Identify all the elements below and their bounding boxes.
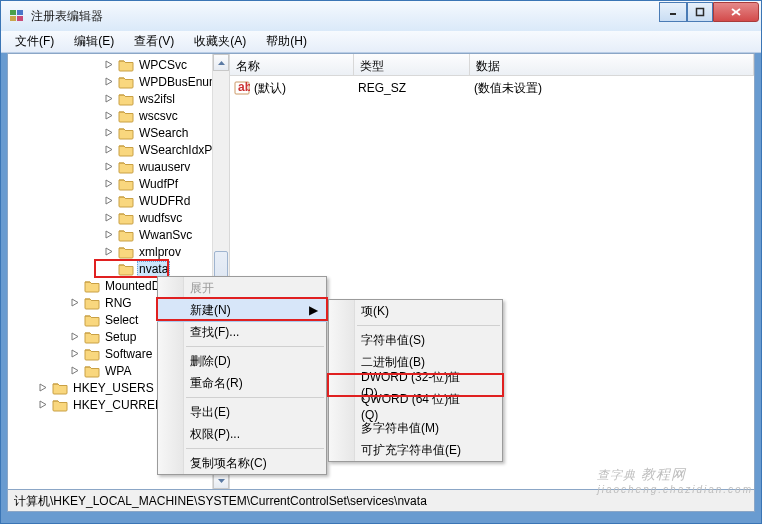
sub-key[interactable]: 项(K) (329, 300, 502, 322)
expand-toggle-icon[interactable] (38, 382, 49, 393)
tree-label: Select (103, 313, 140, 327)
expand-toggle-icon[interactable] (104, 195, 115, 206)
expand-toggle-icon[interactable] (104, 178, 115, 189)
tree-item[interactable]: WUDFRd (8, 192, 229, 209)
sub-string[interactable]: 字符串值(S) (329, 329, 502, 351)
expand-toggle-icon[interactable] (104, 59, 115, 70)
sub-multi-string[interactable]: 多字符串值(M) (329, 417, 502, 439)
svg-marker-19 (106, 248, 112, 255)
svg-marker-13 (106, 146, 112, 153)
value-type: REG_SZ (358, 81, 474, 95)
list-header: 名称 类型 数据 (230, 54, 754, 76)
separator (186, 346, 324, 347)
expand-toggle-icon[interactable] (70, 280, 81, 291)
folder-icon (118, 58, 134, 72)
expand-toggle-icon[interactable] (104, 110, 115, 121)
folder-icon (118, 228, 134, 242)
svg-marker-14 (106, 163, 112, 170)
expand-toggle-icon[interactable] (104, 144, 115, 155)
svg-rect-5 (697, 9, 704, 16)
expand-toggle-icon[interactable] (38, 399, 49, 410)
folder-icon (84, 313, 100, 327)
folder-icon (52, 381, 68, 395)
svg-marker-24 (40, 384, 46, 391)
tree-label: wuauserv (137, 160, 192, 174)
close-button[interactable] (713, 2, 759, 22)
tree-item[interactable]: WwanSvc (8, 226, 229, 243)
expand-toggle-icon[interactable] (70, 348, 81, 359)
tree-label: WSearch (137, 126, 190, 140)
folder-icon (118, 262, 134, 276)
list-row[interactable]: ab (默认) REG_SZ (数值未设置) (230, 79, 754, 97)
tree-item[interactable]: WSearchIdxPi (8, 141, 229, 158)
expand-toggle-icon[interactable] (70, 314, 81, 325)
svg-marker-27 (218, 479, 225, 483)
ctx-new[interactable]: 新建(N)▶ (158, 299, 326, 321)
svg-marker-22 (72, 350, 78, 357)
tree-item[interactable]: ws2ifsl (8, 90, 229, 107)
folder-icon (118, 143, 134, 157)
tree-item[interactable]: nvata (8, 260, 229, 277)
minimize-button[interactable] (659, 2, 687, 22)
ctx-delete[interactable]: 删除(D) (158, 350, 326, 372)
ctx-permissions[interactable]: 权限(P)... (158, 423, 326, 445)
separator (186, 397, 324, 398)
tree-item[interactable]: WudfPf (8, 175, 229, 192)
tree-label: wudfsvc (137, 211, 184, 225)
svg-marker-16 (106, 197, 112, 204)
col-data[interactable]: 数据 (470, 54, 754, 75)
watermark: 查字典 教程网 jiaocheng.chazidian.com (597, 466, 753, 495)
new-submenu: 项(K) 字符串值(S) 二进制值(B) DWORD (32-位)值(D) QW… (328, 299, 503, 462)
svg-marker-10 (106, 95, 112, 102)
ctx-export[interactable]: 导出(E) (158, 401, 326, 423)
expand-toggle-icon[interactable] (104, 263, 115, 274)
expand-toggle-icon[interactable] (104, 93, 115, 104)
expand-toggle-icon[interactable] (104, 161, 115, 172)
menu-edit[interactable]: 编辑(E) (64, 30, 124, 53)
menu-file[interactable]: 文件(F) (5, 30, 64, 53)
folder-icon (52, 398, 68, 412)
folder-icon (118, 194, 134, 208)
svg-marker-17 (106, 214, 112, 221)
tree-item[interactable]: WPCSvc (8, 56, 229, 73)
tree-label: WudfPf (137, 177, 180, 191)
expand-toggle-icon[interactable] (70, 331, 81, 342)
maximize-button[interactable] (687, 2, 713, 22)
menu-view[interactable]: 查看(V) (124, 30, 184, 53)
tree-label: xmlprov (137, 245, 183, 259)
ctx-find[interactable]: 查找(F)... (158, 321, 326, 343)
svg-marker-12 (106, 129, 112, 136)
sub-expandable-string[interactable]: 可扩充字符串值(E) (329, 439, 502, 461)
expand-toggle-icon[interactable] (104, 127, 115, 138)
ctx-rename[interactable]: 重命名(R) (158, 372, 326, 394)
expand-toggle-icon[interactable] (104, 76, 115, 87)
tree-label: WPA (103, 364, 133, 378)
svg-marker-15 (106, 180, 112, 187)
tree-item[interactable]: wuauserv (8, 158, 229, 175)
separator (357, 325, 500, 326)
value-data: (数值未设置) (474, 80, 542, 97)
tree-item[interactable]: WSearch (8, 124, 229, 141)
expand-toggle-icon[interactable] (70, 297, 81, 308)
ctx-copy-key-name[interactable]: 复制项名称(C) (158, 452, 326, 474)
svg-marker-9 (106, 78, 112, 85)
tree-item[interactable]: wudfsvc (8, 209, 229, 226)
tree-item[interactable]: xmlprov (8, 243, 229, 260)
menu-favorites[interactable]: 收藏夹(A) (184, 30, 256, 53)
expand-toggle-icon[interactable] (104, 212, 115, 223)
col-type[interactable]: 类型 (354, 54, 470, 75)
expand-toggle-icon[interactable] (70, 365, 81, 376)
tree-label: WwanSvc (137, 228, 194, 242)
expand-toggle-icon[interactable] (104, 229, 115, 240)
folder-icon (84, 279, 100, 293)
tree-item[interactable]: WPDBusEnum (8, 73, 229, 90)
sub-qword[interactable]: QWORD (64 位)值(Q) (329, 395, 502, 417)
folder-icon (118, 75, 134, 89)
ctx-expand[interactable]: 展开 (158, 277, 326, 299)
svg-marker-23 (72, 367, 78, 374)
tree-item[interactable]: wscsvc (8, 107, 229, 124)
folder-icon (118, 211, 134, 225)
col-name[interactable]: 名称 (230, 54, 354, 75)
menu-help[interactable]: 帮助(H) (256, 30, 317, 53)
expand-toggle-icon[interactable] (104, 246, 115, 257)
